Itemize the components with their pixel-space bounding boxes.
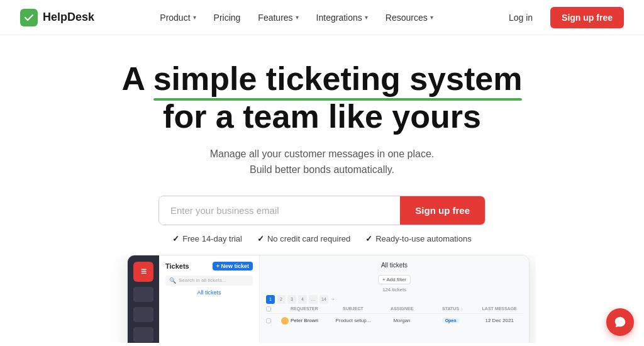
assignee-cell: Morgan xyxy=(379,318,425,323)
hero-title: A simple ticketing system for a team lik… xyxy=(122,60,523,136)
nav-resources[interactable]: Resources ▾ xyxy=(378,9,441,26)
requester-name: Peter Brown xyxy=(281,317,328,325)
badge-trial: ✓ Free 14-day trial xyxy=(172,234,242,243)
navbar: HelpDesk Product ▾ Pricing Features ▾ In… xyxy=(0,0,644,35)
preview-sidebar: ☰ xyxy=(128,255,159,343)
add-filter-btn[interactable]: + Add filter xyxy=(378,275,411,284)
all-tickets-link[interactable]: All tickets xyxy=(165,289,253,296)
nav-actions: Log in Sign up free xyxy=(499,7,624,28)
hero-subtitle: Manage all your customer messages in one… xyxy=(210,146,435,178)
logo-text: HelpDesk xyxy=(43,11,94,24)
chevron-down-icon: ▾ xyxy=(193,14,196,21)
preview-panel-header: Tickets + New ticket xyxy=(165,262,253,271)
subject-cell: Product setup... xyxy=(330,318,377,323)
hero-form: Sign up free xyxy=(158,196,486,225)
preview-content: All tickets + Add filter 124 tickets 1 2… xyxy=(260,255,529,343)
preview-window: ☰ Tickets + New ticket 🔍 Search in all t… xyxy=(127,255,530,343)
sidebar-nav-item xyxy=(133,307,153,322)
page-2[interactable]: 2 xyxy=(277,295,286,304)
sidebar-nav-item xyxy=(133,287,153,302)
status-badge: Open xyxy=(442,318,460,323)
nav-pricing[interactable]: Pricing xyxy=(206,9,248,26)
nav-links: Product ▾ Pricing Features ▾ Integration… xyxy=(152,9,440,26)
header-checkbox xyxy=(266,306,271,311)
page-4[interactable]: 4 xyxy=(298,295,307,304)
preview-content-header: All tickets xyxy=(266,262,523,269)
hero-signup-button[interactable]: Sign up free xyxy=(400,196,485,225)
chevron-down-icon: ▾ xyxy=(365,14,368,21)
app-preview: ☰ Tickets + New ticket 🔍 Search in all t… xyxy=(108,255,536,343)
page-14[interactable]: 14 xyxy=(319,295,328,304)
preview-main: Tickets + New ticket 🔍 Search in all tic… xyxy=(159,255,529,343)
hero-badges: ✓ Free 14-day trial ✓ No credit card req… xyxy=(172,234,471,243)
preview-search[interactable]: 🔍 Search in all tickets... xyxy=(165,276,253,286)
sidebar-tickets-icon: ☰ xyxy=(133,262,153,282)
tickets-count: 124 tickets xyxy=(266,287,523,293)
table-header: REQUESTER SUBJECT ASSIGNEE STATUS LAST M… xyxy=(266,306,523,314)
preview-left-panel: Tickets + New ticket 🔍 Search in all tic… xyxy=(159,255,260,343)
hero-title-underline: simple ticketing system xyxy=(153,60,523,98)
pagination: 1 2 3 4 … 14 → xyxy=(266,295,523,304)
status-cell: Open xyxy=(428,318,474,323)
page-3[interactable]: 3 xyxy=(287,295,296,304)
sidebar-nav-item xyxy=(133,327,153,342)
avatar xyxy=(281,317,289,325)
nav-integrations[interactable]: Integrations ▾ xyxy=(309,9,375,26)
email-input[interactable] xyxy=(159,196,400,225)
table-row[interactable]: Peter Brown Product setup... Morgan Open… xyxy=(266,316,523,326)
badge-no-cc: ✓ No credit card required xyxy=(257,234,350,243)
login-button[interactable]: Log in xyxy=(499,8,543,28)
signup-button-nav[interactable]: Sign up free xyxy=(550,7,624,28)
chat-bubble[interactable] xyxy=(606,308,634,336)
row-checkbox[interactable] xyxy=(266,318,271,323)
badge-automations: ✓ Ready-to-use automations xyxy=(365,234,471,243)
page-1[interactable]: 1 xyxy=(266,295,275,304)
nav-product[interactable]: Product ▾ xyxy=(152,9,203,26)
last-message-cell: 12 Dec 2021 xyxy=(476,318,523,323)
nav-features[interactable]: Features ▾ xyxy=(250,9,306,26)
chevron-down-icon: ▾ xyxy=(430,14,433,21)
logo-icon xyxy=(20,9,38,26)
logo-link[interactable]: HelpDesk xyxy=(20,9,94,26)
page-ellipsis: … xyxy=(309,295,318,304)
hero-section: A simple ticketing system for a team lik… xyxy=(0,35,644,346)
new-ticket-btn[interactable]: + New ticket xyxy=(213,262,253,271)
chevron-down-icon: ▾ xyxy=(296,14,299,21)
